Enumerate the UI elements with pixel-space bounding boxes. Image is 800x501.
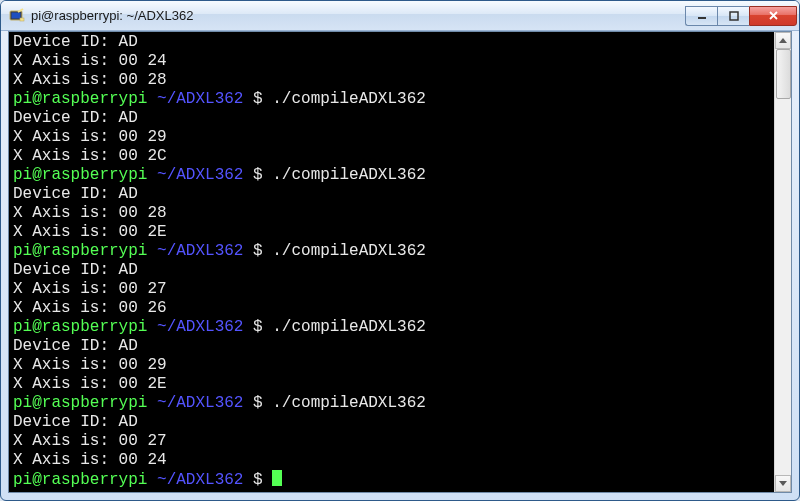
window-title: pi@raspberrypi: ~/ADXL362 (31, 8, 679, 23)
scroll-up-button[interactable] (775, 32, 791, 49)
scroll-down-button[interactable] (775, 475, 791, 492)
window-buttons (685, 6, 797, 26)
close-button[interactable] (749, 6, 797, 26)
svg-rect-5 (730, 12, 738, 20)
scrollbar[interactable] (774, 32, 791, 492)
svg-rect-4 (698, 17, 706, 19)
putty-icon (9, 8, 25, 24)
terminal-window: pi@raspberrypi: ~/ADXL362 Device ID: ADX… (0, 0, 800, 501)
cursor (272, 470, 282, 486)
scroll-thumb[interactable] (776, 49, 791, 99)
maximize-button[interactable] (717, 6, 749, 26)
client-area: Device ID: ADX Axis is: 00 24X Axis is: … (8, 31, 792, 493)
svg-rect-2 (20, 18, 24, 21)
svg-rect-1 (12, 12, 21, 18)
minimize-button[interactable] (685, 6, 717, 26)
terminal-output[interactable]: Device ID: ADX Axis is: 00 24X Axis is: … (9, 32, 774, 492)
titlebar[interactable]: pi@raspberrypi: ~/ADXL362 (1, 1, 799, 31)
